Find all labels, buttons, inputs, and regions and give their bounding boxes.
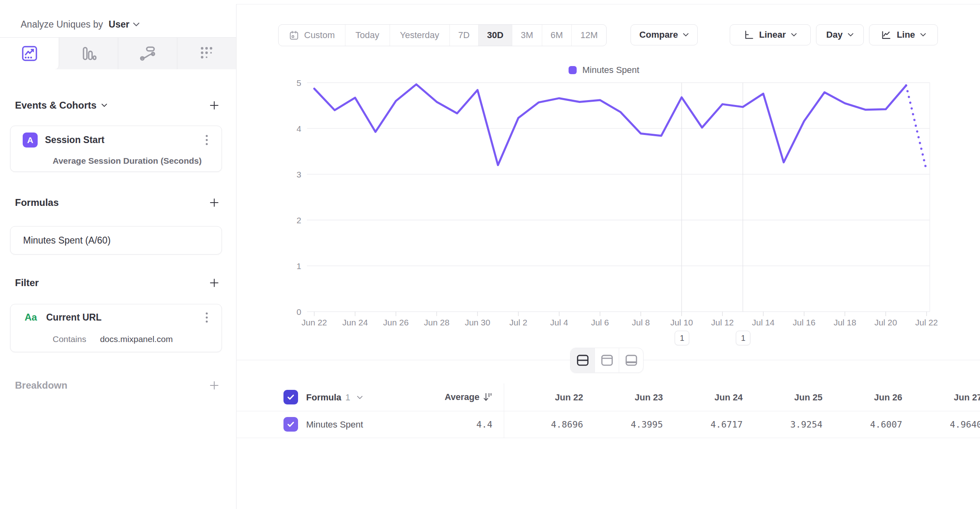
chart-only-view-button[interactable]	[595, 348, 619, 372]
linear-axis-icon	[744, 30, 754, 40]
select-all-checkbox[interactable]	[283, 390, 298, 404]
row-value-cell: 4.8696	[502, 419, 583, 430]
filter-section-title: Filter	[15, 277, 39, 289]
event-card-session-start[interactable]: A Session Start Average Session Duration…	[10, 126, 222, 172]
formula-group-header[interactable]: Formula 1	[306, 392, 363, 403]
range-6m[interactable]: 6M	[542, 25, 572, 46]
tab-flows[interactable]	[118, 38, 177, 69]
report-type-tabstrip	[0, 37, 236, 69]
x-tick-label: Jul 8	[632, 318, 650, 327]
scale-dropdown[interactable]: Linear	[730, 24, 811, 45]
tab-retention[interactable]	[177, 38, 236, 69]
range-12m[interactable]: 12M	[572, 25, 606, 46]
events-section-title[interactable]: Events & Cohorts	[15, 100, 107, 111]
event-name: Session Start	[45, 135, 194, 145]
chart-legend: Minutes Spent	[569, 65, 639, 75]
range-30d[interactable]: 30D	[479, 25, 512, 46]
line-chart-icon	[881, 30, 892, 41]
x-tick-label: Jun 22	[301, 318, 327, 327]
date-column-header[interactable]: Jun 27	[901, 392, 980, 403]
date-column-header[interactable]: Jun 23	[582, 392, 663, 403]
chevron-down-icon	[133, 22, 140, 27]
breakdown-section-title: Breakdown	[15, 380, 67, 391]
range-3m[interactable]: 3M	[512, 25, 542, 46]
tab-funnels[interactable]	[59, 38, 118, 69]
view-toggle	[570, 348, 643, 373]
x-tick-label: Jul 20	[874, 318, 897, 327]
date-column-header[interactable]: Jun 25	[741, 392, 822, 403]
x-tick-label: Jun 30	[465, 318, 490, 327]
x-tick-label: Jun 26	[383, 318, 409, 327]
date-column-header[interactable]: Jun 26	[821, 392, 902, 403]
y-tick-label: 2	[296, 216, 301, 225]
x-tick-label: Jul 10	[670, 318, 693, 327]
row-average-value: 4.4	[405, 419, 492, 430]
x-tick-label: Jun 24	[342, 318, 368, 327]
range-custom[interactable]: Custom	[279, 25, 345, 46]
row-value-cell: 3.9254	[741, 419, 822, 430]
date-column-header[interactable]: Jun 24	[662, 392, 743, 403]
y-tick-label: 0	[296, 307, 301, 317]
tab-insights[interactable]	[0, 38, 59, 69]
chevron-down-icon	[848, 33, 854, 37]
event-measurement[interactable]: Average Session Duration (Seconds)	[53, 156, 202, 166]
y-tick-label: 4	[296, 124, 301, 133]
y-tick-label: 1	[296, 261, 301, 271]
add-breakdown-button[interactable]	[207, 379, 221, 392]
analyze-header: Analyze Uniques by User	[21, 15, 140, 34]
insights-report-app: Analyze Uniques by User	[0, 0, 980, 509]
add-filter-button[interactable]	[207, 276, 221, 290]
formulas-section-title: Formulas	[15, 197, 59, 208]
analyze-by-dropdown[interactable]: User	[109, 19, 140, 30]
add-formula-button[interactable]	[207, 196, 221, 210]
check-icon	[286, 420, 295, 429]
date-range-control: CustomTodayYesterday7D30D3M6M12M	[278, 24, 607, 46]
date-column-header[interactable]: Jun 22	[502, 392, 583, 403]
chevron-down-icon	[357, 396, 363, 400]
x-tick-label: Jul 4	[550, 318, 569, 327]
filter-section-header: Filter	[15, 275, 221, 291]
chart-type-dropdown[interactable]: Line	[869, 24, 938, 45]
analyze-label: Analyze Uniques by	[21, 19, 103, 30]
range-today[interactable]: Today	[345, 25, 390, 46]
x-tick-label: Jul 2	[509, 318, 527, 327]
compare-button[interactable]: Compare	[631, 24, 698, 45]
add-event-button[interactable]	[207, 98, 221, 112]
chart-only-view-icon	[600, 354, 614, 367]
annotation-badge[interactable]: 1	[736, 331, 750, 345]
split-view-button[interactable]	[571, 348, 595, 372]
text-property-icon: Aa	[23, 312, 39, 323]
filter-operator: Contains	[53, 334, 86, 344]
table-only-view-button[interactable]	[619, 348, 643, 372]
event-card-header: A Session Start	[23, 133, 212, 148]
range-7d[interactable]: 7D	[450, 25, 479, 46]
formula-expression: Minutes Spent (A/60)	[23, 235, 111, 246]
kebab-menu-icon[interactable]	[201, 135, 212, 145]
formula-card[interactable]: Minutes Spent (A/60)	[10, 226, 222, 254]
range-yesterday[interactable]: Yesterday	[390, 25, 450, 46]
average-column-header[interactable]: Average	[405, 391, 492, 402]
filter-card-current-url[interactable]: Aa Current URL Contains docs.mixpanel.co…	[10, 304, 222, 352]
series-line-incomplete-segment	[906, 86, 927, 171]
kebab-menu-icon[interactable]	[201, 312, 212, 323]
row-checkbox[interactable]	[283, 417, 298, 432]
row-value-cell: 4.6717	[662, 419, 743, 430]
chevron-down-icon	[683, 33, 689, 37]
events-section-header: Events & Cohorts	[15, 97, 221, 113]
legend-label: Minutes Spent	[582, 65, 639, 75]
query-builder-sidebar: Analyze Uniques by User	[0, 4, 236, 509]
row-label: Minutes Spent	[306, 419, 363, 430]
row-value-cell: 4.6007	[821, 419, 902, 430]
event-series-badge: A	[23, 133, 38, 148]
check-icon	[286, 393, 295, 402]
x-tick-label: Jul 16	[793, 318, 816, 327]
chevron-down-icon	[920, 33, 926, 37]
annotation-badge[interactable]: 1	[675, 331, 689, 345]
split-view-icon	[576, 354, 590, 367]
retention-grid-icon	[198, 45, 216, 62]
table-row-divider	[236, 438, 980, 438]
y-tick-label: 3	[296, 170, 301, 179]
legend-swatch	[569, 66, 577, 74]
interval-dropdown[interactable]: Day	[816, 24, 864, 45]
filter-condition[interactable]: Contains docs.mixpanel.com	[53, 334, 173, 344]
